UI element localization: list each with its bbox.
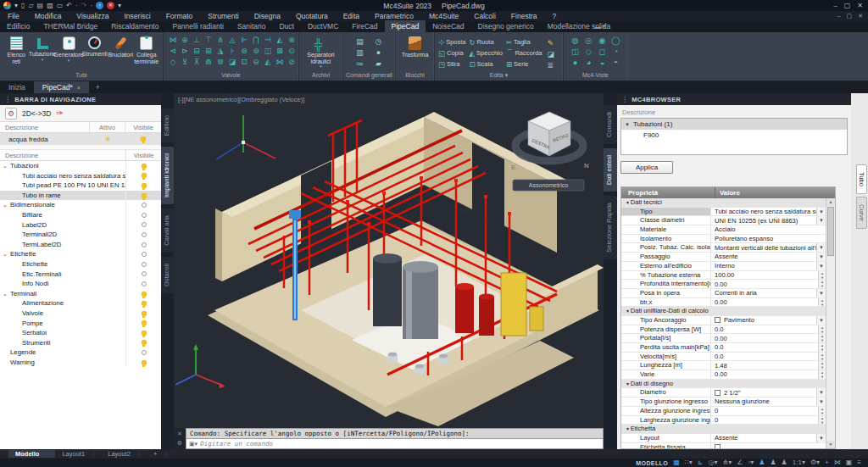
valve-tool-icon[interactable]: ⊕	[179, 35, 191, 46]
property-row[interactable]: Portata[l/s] 0.00 ▼ ▲▼	[621, 334, 826, 343]
tab-layout2[interactable]: Layout2	[101, 450, 147, 458]
gear-icon[interactable]: ⚙	[5, 108, 17, 120]
valve-tool-icon[interactable]: ⊗	[286, 35, 298, 46]
valve-tool-icon[interactable]: ⊳	[179, 46, 191, 57]
separatori-idraulici-button[interactable]: Separatori idraulici ▾	[308, 35, 334, 68]
minimize-icon[interactable]: –	[833, 2, 837, 9]
checkbox[interactable]	[715, 390, 721, 396]
ribbon-tab[interactable]: Edificio	[0, 20, 36, 32]
menu-item[interactable]: Quotatura	[288, 12, 336, 20]
property-row[interactable]: Layout Assente ▼ ▲▼	[621, 434, 826, 443]
valve-tool-icon[interactable]: ⊠	[274, 46, 286, 57]
spinner-icon[interactable]: ▲▼	[818, 407, 826, 415]
property-row[interactable]: Lunghezza [m] 1.48 ▼ ▲▼	[621, 361, 826, 370]
property-row[interactable]: Tipo Ancoraggio Pavimento ▼ ▲▼	[621, 316, 826, 325]
property-row[interactable]: Etichetta ▼ ▲▼	[621, 425, 826, 434]
status-toggle-icon[interactable]: ∷▾	[685, 459, 693, 467]
tree-row[interactable]: ⌄ Bidimensionale	[0, 200, 161, 210]
visibility-bulb-icon[interactable]	[142, 331, 147, 336]
spinner-icon[interactable]: ▲▼	[818, 416, 826, 425]
property-value[interactable]: 0.00 ▼ ▲▼	[711, 298, 826, 307]
tree-row[interactable]: ⌄ Label2D	[0, 220, 161, 231]
quick-access-icon[interactable]: ▱	[28, 2, 33, 9]
dropdown-arrow-icon[interactable]: ▼	[816, 253, 826, 261]
add-layout-button[interactable]: +	[147, 450, 173, 458]
visibility-bulb-icon[interactable]	[142, 222, 147, 227]
property-row[interactable]: btr,x 0.00 ▼ ▲▼	[621, 298, 826, 308]
dropdown-arrow-icon[interactable]: ▼	[816, 216, 826, 225]
view-tool-icon[interactable]: ◕	[582, 57, 596, 68]
valve-tool-icon[interactable]: ⊡	[238, 57, 250, 68]
ribbon-tab[interactable]: DuctVMC	[301, 20, 345, 32]
side-tab[interactable]: Ostacoli	[161, 257, 174, 293]
tree-row[interactable]: ⌄ Pompe	[0, 319, 161, 329]
close-icon[interactable]: ✕	[857, 2, 863, 9]
ribbon-tab[interactable]: Riscaldamento	[104, 20, 165, 32]
menu-item[interactable]: Edita	[336, 12, 367, 20]
property-row[interactable]: Dati unifilare-Dati di calcolo ▼ ▲▼	[621, 307, 826, 316]
side-tab[interactable]: Canali aria	[161, 208, 174, 253]
document-window-controls[interactable]: – ▢ ✕	[837, 13, 868, 19]
edit-tool[interactable]: ◳ Stira	[438, 58, 465, 69]
visibility-bulb-icon[interactable]	[142, 173, 147, 178]
dropdown-arrow-icon[interactable]: ▼	[816, 289, 826, 297]
tree-row[interactable]: ⌄ Strumenti	[0, 338, 161, 348]
valve-tool-icon[interactable]: ⊼	[191, 57, 203, 68]
expand-arrow-icon[interactable]: ⌄	[0, 251, 10, 258]
quick-access-icon[interactable]: ▨	[47, 2, 53, 9]
side-tab[interactable]: Impianti idronici	[161, 147, 174, 204]
status-toggle-icon[interactable]: ▦	[673, 459, 680, 467]
status-toggle-icon[interactable]: +	[825, 459, 829, 467]
property-value[interactable]: 100.00 ▼ ▲▼	[711, 271, 826, 280]
property-row[interactable]: Etichetta fissata ▼ ▲▼	[621, 443, 826, 448]
general-command-icon[interactable]: ▥	[351, 47, 370, 58]
property-row[interactable]: Diametro 2 1/2" ▼ ▲▼	[621, 388, 826, 398]
visibility-bulb-icon[interactable]	[142, 193, 147, 198]
edit-tool[interactable]: ✂ Taglia	[506, 36, 544, 47]
scroll-down-icon[interactable]: ▼	[826, 441, 835, 448]
side-tab[interactable]: Edificio	[161, 108, 174, 142]
property-value[interactable]: ▼ ▲▼	[711, 198, 826, 207]
valve-tool-icon[interactable]: ⋈	[167, 35, 179, 46]
general-command-icon[interactable]: ◷	[370, 36, 388, 47]
quick-access-icon[interactable]: ▾	[118, 2, 121, 9]
property-value[interactable]: Pavimento ▼ ▲▼	[711, 316, 826, 325]
property-value[interactable]: 0 ▼ ▲▼	[711, 407, 826, 415]
visibility-bulb-icon[interactable]	[142, 292, 147, 297]
menu-item[interactable]: Modifica	[27, 12, 70, 20]
quick-access-icon[interactable]: ·	[90, 2, 92, 9]
expand-arrow-icon[interactable]: ⌄	[0, 202, 10, 208]
property-row[interactable]: Velocità[m/s] 0.0 ▼ ▲▼	[621, 353, 826, 362]
property-value[interactable]: ▼ ▲▼	[711, 307, 826, 315]
property-value[interactable]: Acciaio ▼ ▲▼	[711, 225, 826, 234]
view-tool-icon[interactable]: ◍	[569, 35, 582, 46]
trasforma-button[interactable]: Trasforma	[402, 35, 428, 58]
property-value[interactable]: Montanti verticali delle tubazioni all'i…	[711, 243, 826, 252]
ribbon-tab[interactable]: Sanitario	[231, 20, 273, 32]
quick-access-icon[interactable]: ↷	[81, 2, 87, 9]
tree-row[interactable]: ⌄ Etichette	[0, 259, 161, 270]
spinner-icon[interactable]: ▲▼	[818, 271, 826, 280]
menu-item[interactable]: Formato	[159, 12, 201, 20]
property-value[interactable]: 0.0 ▼ ▲▼	[711, 353, 826, 361]
visibility-bulb-icon[interactable]	[142, 203, 147, 208]
view-tool-icon[interactable]: ◓	[609, 57, 623, 68]
visibility-bulb-icon[interactable]	[142, 340, 147, 345]
tree-item-f900[interactable]: F900	[621, 130, 847, 141]
property-row[interactable]: Materiale Acciaio ▼ ▲▼	[621, 225, 826, 235]
tree-row[interactable]: ⌄ Tubi acciaio nero senza saldatura seri…	[0, 171, 161, 181]
valve-tool-icon[interactable]: ◭	[262, 57, 274, 68]
view-tool-icon[interactable]: ◻	[596, 46, 609, 57]
edit-tool[interactable]: ◭ Specchio	[469, 47, 502, 58]
tree-row[interactable]: ⌄ Tubazioni	[0, 161, 161, 171]
quick-access-icon[interactable]: ▭	[57, 2, 64, 9]
spinner-icon[interactable]: ▲▼	[818, 361, 826, 370]
valve-tool-icon[interactable]: ⊤	[203, 35, 214, 46]
tree-row[interactable]: ⌄ Tubo in rame	[0, 191, 161, 201]
doc-restore-icon[interactable]: ▢	[847, 13, 853, 19]
status-toggle-icon[interactable]: ◶▾	[709, 459, 718, 467]
collapse-arrow-icon[interactable]: ▾	[621, 121, 633, 128]
dropdown-caret-icon[interactable]: ▾	[68, 58, 70, 62]
mode-2d-3d-toggle[interactable]: 2D<->3D	[22, 109, 52, 118]
property-value[interactable]: Nessuna giunzione ▼ ▲▼	[711, 398, 826, 406]
